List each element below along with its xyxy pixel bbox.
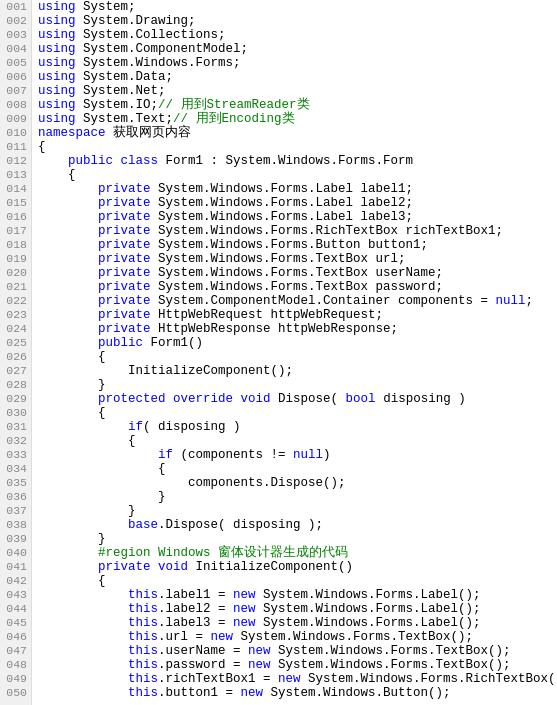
code-line: protected override void Dispose( bool di… bbox=[38, 392, 557, 406]
line-number: 038 bbox=[0, 518, 31, 532]
line-number: 007 bbox=[0, 84, 31, 98]
code-line: private System.Windows.Forms.Label label… bbox=[38, 196, 557, 210]
keyword: using bbox=[38, 0, 76, 14]
line-number: 036 bbox=[0, 490, 31, 504]
keyword: using bbox=[38, 14, 76, 28]
keyword: public bbox=[68, 154, 113, 168]
code-text bbox=[38, 266, 98, 280]
code-line: this.password = new System.Windows.Forms… bbox=[38, 658, 557, 672]
code-text bbox=[38, 672, 128, 686]
code-text: System.Windows.Forms.TextBox password; bbox=[151, 280, 444, 294]
code-line: base.Dispose( disposing ); bbox=[38, 518, 557, 532]
comment: // 用到StreamReader类 bbox=[158, 98, 310, 112]
code-text: Form1 : System.Windows.Forms.Form bbox=[158, 154, 413, 168]
code-text: { bbox=[38, 350, 106, 364]
code-text: .label1 = bbox=[158, 588, 233, 602]
line-number: 034 bbox=[0, 462, 31, 476]
code-text: { bbox=[38, 434, 136, 448]
code-line: using System.IO;// 用到StreamReader类 bbox=[38, 98, 557, 112]
code-text bbox=[166, 392, 174, 406]
keyword: new bbox=[233, 616, 256, 630]
code-text: .userName = bbox=[158, 644, 248, 658]
line-number: 035 bbox=[0, 476, 31, 490]
line-number: 015 bbox=[0, 196, 31, 210]
keyword: using bbox=[38, 70, 76, 84]
code-line: { bbox=[38, 140, 557, 154]
code-text: disposing ) bbox=[376, 392, 466, 406]
code-text: .label3 = bbox=[158, 616, 233, 630]
code-line: using System.Net; bbox=[38, 84, 557, 98]
line-number: 005 bbox=[0, 56, 31, 70]
code-text: HttpWebRequest httpWebRequest; bbox=[151, 308, 384, 322]
line-number: 048 bbox=[0, 658, 31, 672]
code-text: ( disposing ) bbox=[143, 420, 241, 434]
code-text: ; bbox=[526, 294, 534, 308]
code-text: Dispose( bbox=[271, 392, 346, 406]
keyword: private bbox=[98, 196, 151, 210]
code-text bbox=[38, 392, 98, 406]
line-number: 018 bbox=[0, 238, 31, 252]
line-number-gutter: 0010020030040050060070080090100110120130… bbox=[0, 0, 32, 705]
line-number: 009 bbox=[0, 112, 31, 126]
code-text: { bbox=[38, 168, 76, 182]
code-text bbox=[38, 196, 98, 210]
code-text: System.Windows.Forms; bbox=[76, 56, 241, 70]
code-text: System.Windows.Forms.RichTextBox(); bbox=[301, 672, 557, 686]
code-text: } bbox=[38, 378, 106, 392]
code-text: InitializeComponent(); bbox=[38, 364, 293, 378]
keyword: namespace bbox=[38, 126, 106, 140]
keyword: using bbox=[38, 98, 76, 112]
keyword: this bbox=[128, 588, 158, 602]
code-text: System.ComponentModel; bbox=[76, 42, 249, 56]
code-text: System.Text; bbox=[76, 112, 174, 126]
code-line: namespace 获取网页内容 bbox=[38, 126, 557, 140]
code-editor: 0010020030040050060070080090100110120130… bbox=[0, 0, 557, 705]
code-text: (components != bbox=[173, 448, 293, 462]
code-text: .Dispose( disposing ); bbox=[158, 518, 323, 532]
keyword: override bbox=[173, 392, 233, 406]
code-text: System.Windows.Button(); bbox=[263, 686, 451, 700]
code-line: { bbox=[38, 462, 557, 476]
keyword: this bbox=[128, 658, 158, 672]
code-line: private System.ComponentModel.Container … bbox=[38, 294, 557, 308]
keyword: void bbox=[241, 392, 271, 406]
line-number: 001 bbox=[0, 0, 31, 14]
code-text: .button1 = bbox=[158, 686, 241, 700]
line-number: 046 bbox=[0, 630, 31, 644]
keyword: public bbox=[98, 336, 143, 350]
line-number: 011 bbox=[0, 140, 31, 154]
code-text: System; bbox=[76, 0, 136, 14]
code-text bbox=[38, 448, 158, 462]
code-text: { bbox=[38, 406, 106, 420]
code-area[interactable]: using System;using System.Drawing;using … bbox=[32, 0, 557, 705]
code-text: } bbox=[38, 532, 106, 546]
code-line: private System.Windows.Forms.Button butt… bbox=[38, 238, 557, 252]
code-text: System.Windows.Forms.Label label2; bbox=[151, 196, 414, 210]
code-text: System.Data; bbox=[76, 70, 174, 84]
code-line: private System.Windows.Forms.RichTextBox… bbox=[38, 224, 557, 238]
code-text bbox=[38, 602, 128, 616]
keyword: if bbox=[158, 448, 173, 462]
keyword: null bbox=[293, 448, 323, 462]
code-text bbox=[38, 224, 98, 238]
code-line: InitializeComponent(); bbox=[38, 364, 557, 378]
code-line: { bbox=[38, 406, 557, 420]
code-line: using System.Collections; bbox=[38, 28, 557, 42]
keyword: new bbox=[233, 588, 256, 602]
code-line: using System.Windows.Forms; bbox=[38, 56, 557, 70]
code-text: System.Windows.Forms.Label label1; bbox=[151, 182, 414, 196]
comment: #region Windows 窗体设计器生成的代码 bbox=[98, 546, 348, 560]
code-line: { bbox=[38, 434, 557, 448]
keyword: class bbox=[121, 154, 159, 168]
keyword: private bbox=[98, 182, 151, 196]
code-line: { bbox=[38, 350, 557, 364]
code-line: private void InitializeComponent() bbox=[38, 560, 557, 574]
keyword: this bbox=[128, 672, 158, 686]
keyword: private bbox=[98, 210, 151, 224]
line-number: 028 bbox=[0, 378, 31, 392]
code-line: #region Windows 窗体设计器生成的代码 bbox=[38, 546, 557, 560]
code-text: System.Windows.Forms.Label(); bbox=[256, 588, 481, 602]
code-text bbox=[38, 294, 98, 308]
keyword: new bbox=[211, 630, 234, 644]
line-number: 004 bbox=[0, 42, 31, 56]
